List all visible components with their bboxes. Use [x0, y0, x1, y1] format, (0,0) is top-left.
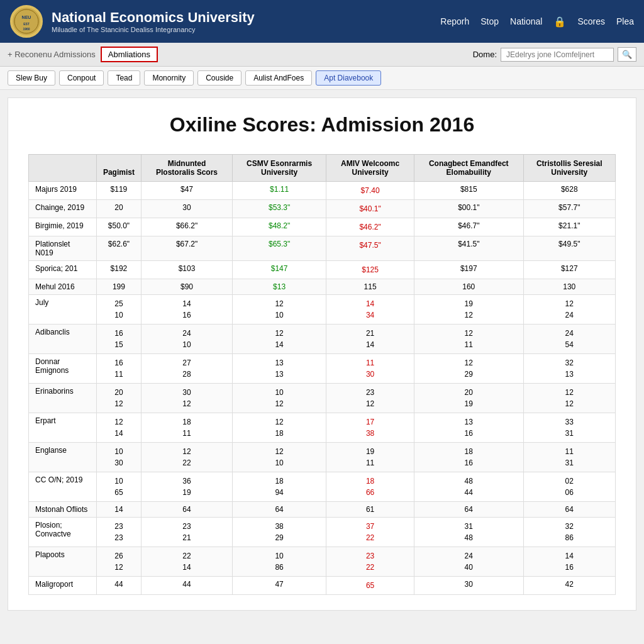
- nav-plea[interactable]: Plea: [616, 16, 634, 26]
- btn-aulist-andfoes[interactable]: Aulist AndFoes: [245, 70, 312, 86]
- scores-table: Pagimist Midnunted Plostoralis Scors CSM…: [28, 154, 616, 595]
- row-label: Erpart: [29, 413, 97, 443]
- row-cell: 16 11: [96, 354, 141, 384]
- breadcrumb-admissions[interactable]: + Reconenu Admissions: [8, 50, 96, 59]
- row-cell: 12 14: [233, 325, 326, 354]
- row-cell: $103: [141, 261, 232, 279]
- btn-conpout[interactable]: Conpout: [59, 70, 104, 86]
- svg-text:1960: 1960: [23, 27, 30, 31]
- row-cell: $41.5": [414, 236, 523, 261]
- row-cell: 22 14: [141, 547, 232, 577]
- row-cell: 115: [326, 279, 414, 295]
- row-label: Maligroport: [29, 577, 97, 595]
- row-cell: 25 10: [96, 295, 141, 325]
- row-label: Birgimie, 2019: [29, 218, 97, 236]
- row-label: Mehul 2016: [29, 279, 97, 295]
- row-cell: $13: [233, 279, 326, 295]
- row-cell: $815: [414, 182, 523, 200]
- row-cell: $62.6": [96, 236, 141, 261]
- row-cell: $49.5": [523, 236, 615, 261]
- row-cell: 12 22: [141, 443, 232, 472]
- row-cell: 30: [141, 200, 232, 218]
- tab-abmliations[interactable]: Abmliations: [101, 47, 158, 62]
- svg-text:NEU: NEU: [22, 15, 31, 19]
- row-cell: 32 13: [523, 354, 615, 384]
- nav-national[interactable]: National: [510, 16, 542, 26]
- btn-tead[interactable]: Tead: [108, 70, 140, 86]
- table-row: Sporica; 201$192$103$147$125$197$127: [29, 261, 616, 279]
- row-cell: $90: [141, 279, 232, 295]
- row-cell: 17 38: [326, 413, 414, 443]
- row-cell: 47: [233, 577, 326, 595]
- table-row: Plapoots26 1222 1410 8623 2224 4014 16: [29, 547, 616, 577]
- row-cell: 23 21: [141, 518, 232, 547]
- btn-slew-buy[interactable]: Slew Buy: [8, 70, 55, 86]
- row-cell: $125: [326, 261, 414, 279]
- row-cell: $192: [96, 261, 141, 279]
- header-nav: Reporh Stop National 🔒 Scores Plea: [440, 16, 634, 28]
- row-cell: 64: [233, 502, 326, 518]
- row-cell: 31 48: [414, 518, 523, 547]
- row-cell: 36 19: [141, 472, 232, 502]
- table-row: Plosion; Convactve23 2323 2138 2937 2231…: [29, 518, 616, 547]
- row-cell: 24 10: [141, 325, 232, 354]
- table-header-row: Pagimist Midnunted Plostoralis Scors CSM…: [29, 155, 616, 182]
- row-cell: 30: [414, 577, 523, 595]
- nav-reporh[interactable]: Reporh: [440, 16, 469, 26]
- row-cell: 21 14: [326, 325, 414, 354]
- row-cell: $127: [523, 261, 615, 279]
- row-cell: 18 94: [233, 472, 326, 502]
- row-cell: 13 13: [233, 354, 326, 384]
- row-cell: 44: [96, 577, 141, 595]
- row-cell: 64: [141, 502, 232, 518]
- row-cell: $66.2": [141, 218, 232, 236]
- btn-apt-diavebook[interactable]: Apt Diavebook: [316, 70, 381, 86]
- row-cell: 24 54: [523, 325, 615, 354]
- row-cell: 64: [523, 502, 615, 518]
- table-row: July25 1014 1612 1014 3419 1212 24: [29, 295, 616, 325]
- row-cell: 38 29: [233, 518, 326, 547]
- row-cell: $147: [233, 261, 326, 279]
- row-cell: $7.40: [326, 182, 414, 200]
- row-cell: 37 22: [326, 518, 414, 547]
- row-cell: 12 18: [233, 413, 326, 443]
- btn-monornity[interactable]: Monornity: [144, 70, 194, 86]
- search-button[interactable]: 🔍: [618, 47, 636, 62]
- table-row: Erinaborins20 1230 1210 1223 1220 1912 1…: [29, 384, 616, 413]
- row-cell: 14 16: [141, 295, 232, 325]
- table-row: Mehul 2016199$90$13115160130: [29, 279, 616, 295]
- row-cell: 44: [141, 577, 232, 595]
- btn-couside[interactable]: Couside: [197, 70, 242, 86]
- row-cell: 12 29: [414, 354, 523, 384]
- row-cell: $628: [523, 182, 615, 200]
- lock-icon[interactable]: 🔒: [553, 16, 566, 28]
- row-cell: 11 30: [326, 354, 414, 384]
- row-label: Donnar Emignons: [29, 354, 97, 384]
- row-cell: 10 30: [96, 443, 141, 472]
- row-cell: $50.0": [96, 218, 141, 236]
- row-cell: $47: [141, 182, 232, 200]
- col-header-amiv: AMIV Welcoomc University: [326, 155, 414, 182]
- row-cell: 11 31: [523, 443, 615, 472]
- row-cell: 12 24: [523, 295, 615, 325]
- row-cell: $46.2": [326, 218, 414, 236]
- row-cell: 20 19: [414, 384, 523, 413]
- row-cell: $1.11: [233, 182, 326, 200]
- dome-input[interactable]: [501, 48, 614, 62]
- row-cell: 12 10: [233, 295, 326, 325]
- toolbar-left: + Reconenu Admissions Abmliations: [8, 47, 158, 62]
- row-cell: 130: [523, 279, 615, 295]
- row-label: Adibanclis: [29, 325, 97, 354]
- nav-stop[interactable]: Stop: [480, 16, 499, 26]
- row-cell: $48.2": [233, 218, 326, 236]
- row-cell: 12 10: [233, 443, 326, 472]
- nav-scores[interactable]: Scores: [577, 16, 605, 26]
- row-cell: $47.5": [326, 236, 414, 261]
- row-cell: 18 16: [414, 443, 523, 472]
- row-cell: 26 12: [96, 547, 141, 577]
- table-row: Erpart12 1418 1112 1817 3813 1633 31: [29, 413, 616, 443]
- university-logo: NEU EST 1960: [10, 5, 43, 38]
- row-cell: $197: [414, 261, 523, 279]
- table-row: Mstonah Ofliots146464616464: [29, 502, 616, 518]
- row-cell: 30 12: [141, 384, 232, 413]
